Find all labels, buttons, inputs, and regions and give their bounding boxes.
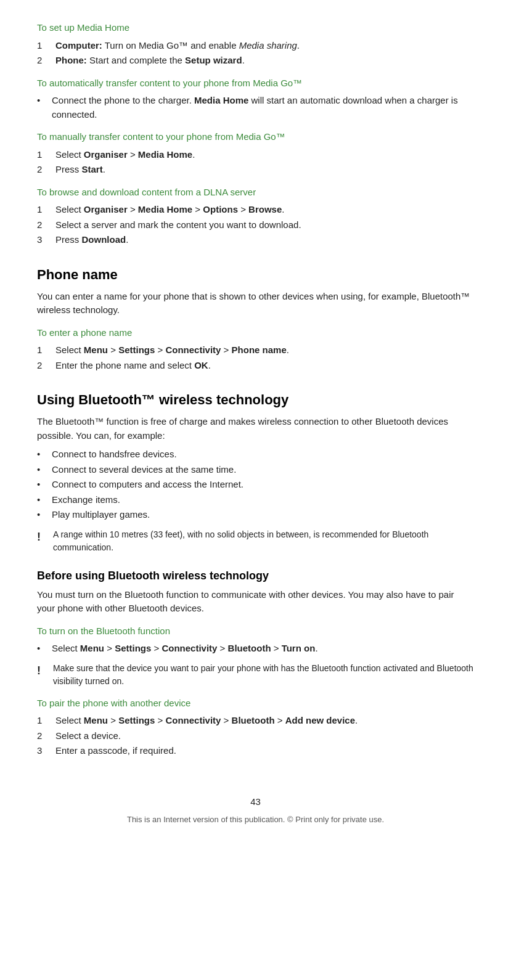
bullet-content: Connect to several devices at the same t… — [52, 463, 474, 477]
warning-icon: ! — [37, 529, 53, 545]
manual-transfer-steps: 1 Select Organiser > Media Home. 2 Press… — [37, 148, 474, 177]
step-content: Select a server and mark the content you… — [55, 218, 474, 232]
step-number: 1 — [37, 714, 55, 728]
step-number: 2 — [37, 54, 55, 68]
bullet-icon: • — [37, 642, 52, 656]
manual-transfer-heading: To manually transfer content to your pho… — [37, 130, 474, 144]
media-home-steps: 1 Computer: Turn on Media Go™ and enable… — [37, 39, 474, 68]
list-item: 1 Select Organiser > Media Home. — [37, 148, 474, 162]
note-text: Make sure that the device you want to pa… — [53, 662, 474, 688]
footer-note: This is an Internet version of this publ… — [37, 814, 474, 826]
step-number: 2 — [37, 729, 55, 743]
step-content: Press Start. — [55, 163, 474, 177]
list-item: 1 Select Menu > Settings > Connectivity … — [37, 343, 474, 357]
note-text: A range within 10 metres (33 feet), with… — [53, 528, 474, 554]
step-content: Select Menu > Settings > Connectivity > … — [55, 343, 474, 357]
list-item: • Connect to handsfree devices. — [37, 447, 474, 462]
list-item: • Exchange items. — [37, 493, 474, 507]
step-number: 3 — [37, 744, 55, 758]
list-item: • Play multiplayer games. — [37, 508, 474, 522]
bullet-content: Connect to handsfree devices. — [52, 447, 474, 462]
before-bluetooth-heading: Before using Bluetooth wireless technolo… — [37, 568, 474, 584]
bullet-icon: • — [37, 94, 52, 121]
bluetooth-section: Using Bluetooth™ wireless technology The… — [37, 390, 474, 758]
bullet-icon: • — [37, 478, 52, 492]
step-content: Phone: Start and complete the Setup wiza… — [55, 54, 474, 68]
list-item: • Connect to several devices at the same… — [37, 463, 474, 477]
list-item: 2 Select a device. — [37, 729, 474, 743]
step-number: 2 — [37, 163, 55, 177]
step-content: Select Organiser > Media Home > Options … — [55, 203, 474, 217]
auto-transfer-heading: To automatically transfer content to you… — [37, 76, 474, 91]
page-content: To set up Media Home 1 Computer: Turn on… — [0, 0, 511, 980]
bullet-content: Exchange items. — [52, 493, 474, 507]
step-number: 1 — [37, 203, 55, 217]
pair-heading: To pair the phone with another device — [37, 696, 474, 711]
step-number: 1 — [37, 343, 55, 357]
browse-dlna-steps: 1 Select Organiser > Media Home > Option… — [37, 203, 474, 247]
bluetooth-intro: The Bluetooth™ function is free of charg… — [37, 415, 474, 443]
list-item: 3 Enter a passcode, if required. — [37, 744, 474, 758]
phone-name-section: Phone name You can enter a name for your… — [37, 264, 474, 373]
bluetooth-note: ! A range within 10 metres (33 feet), wi… — [37, 528, 474, 554]
phone-name-steps: 1 Select Menu > Settings > Connectivity … — [37, 343, 474, 372]
step-content: Computer: Turn on Media Go™ and enable M… — [55, 39, 474, 53]
phone-name-heading: Phone name — [37, 264, 474, 285]
list-item: • Select Menu > Settings > Connectivity … — [37, 642, 474, 656]
list-item: • Connect the phone to the charger. Medi… — [37, 94, 474, 121]
before-bluetooth-para: You must turn on the Bluetooth function … — [37, 588, 474, 616]
list-item: 2 Select a server and mark the content y… — [37, 218, 474, 232]
before-bluetooth-section: Before using Bluetooth wireless technolo… — [37, 568, 474, 616]
list-item: 1 Select Organiser > Media Home > Option… — [37, 203, 474, 217]
bullet-content: Play multiplayer games. — [52, 508, 474, 522]
step-content: Select Organiser > Media Home. — [55, 148, 474, 162]
page-number: 43 — [37, 795, 474, 809]
pair-steps: 1 Select Menu > Settings > Connectivity … — [37, 714, 474, 758]
step-content: Press Download. — [55, 233, 474, 247]
step-content: Enter the phone name and select OK. — [55, 359, 474, 373]
list-item: 2 Phone: Start and complete the Setup wi… — [37, 54, 474, 68]
bullet-content: Connect to computers and access the Inte… — [52, 478, 474, 492]
step-content: Select a device. — [55, 729, 474, 743]
enter-phone-name-heading: To enter a phone name — [37, 326, 474, 340]
media-home-section: To set up Media Home 1 Computer: Turn on… — [37, 21, 474, 68]
step-number: 3 — [37, 233, 55, 247]
bullet-content: Connect the phone to the charger. Media … — [52, 94, 474, 121]
manual-transfer-section: To manually transfer content to your pho… — [37, 130, 474, 177]
bullet-icon: • — [37, 493, 52, 507]
pair-section: To pair the phone with another device 1 … — [37, 696, 474, 758]
media-home-heading: To set up Media Home — [37, 21, 474, 35]
bluetooth-heading: Using Bluetooth™ wireless technology — [37, 390, 474, 410]
phone-name-para: You can enter a name for your phone that… — [37, 290, 474, 317]
bullet-icon: • — [37, 447, 52, 462]
browse-dlna-section: To browse and download content from a DL… — [37, 186, 474, 247]
auto-transfer-bullets: • Connect the phone to the charger. Medi… — [37, 94, 474, 121]
bluetooth-bullets: • Connect to handsfree devices. • Connec… — [37, 447, 474, 522]
step-content: Enter a passcode, if required. — [55, 744, 474, 758]
list-item: 1 Computer: Turn on Media Go™ and enable… — [37, 39, 474, 53]
list-item: • Connect to computers and access the In… — [37, 478, 474, 492]
warning-icon: ! — [37, 663, 53, 679]
step-number: 2 — [37, 218, 55, 232]
bullet-icon: • — [37, 508, 52, 522]
turn-on-bullets: • Select Menu > Settings > Connectivity … — [37, 642, 474, 656]
turn-on-bluetooth-section: To turn on the Bluetooth function • Sele… — [37, 624, 474, 688]
step-content: Select Menu > Settings > Connectivity > … — [55, 714, 474, 728]
step-number: 1 — [37, 148, 55, 162]
list-item: 3 Press Download. — [37, 233, 474, 247]
list-item: 2 Enter the phone name and select OK. — [37, 359, 474, 373]
auto-transfer-section: To automatically transfer content to you… — [37, 76, 474, 122]
step-number: 2 — [37, 359, 55, 373]
step-number: 1 — [37, 39, 55, 53]
list-item: 1 Select Menu > Settings > Connectivity … — [37, 714, 474, 728]
browse-dlna-heading: To browse and download content from a DL… — [37, 186, 474, 200]
turn-on-note: ! Make sure that the device you want to … — [37, 662, 474, 688]
bullet-content: Select Menu > Settings > Connectivity > … — [52, 642, 474, 656]
list-item: 2 Press Start. — [37, 163, 474, 177]
bullet-icon: • — [37, 463, 52, 477]
turn-on-heading: To turn on the Bluetooth function — [37, 624, 474, 639]
